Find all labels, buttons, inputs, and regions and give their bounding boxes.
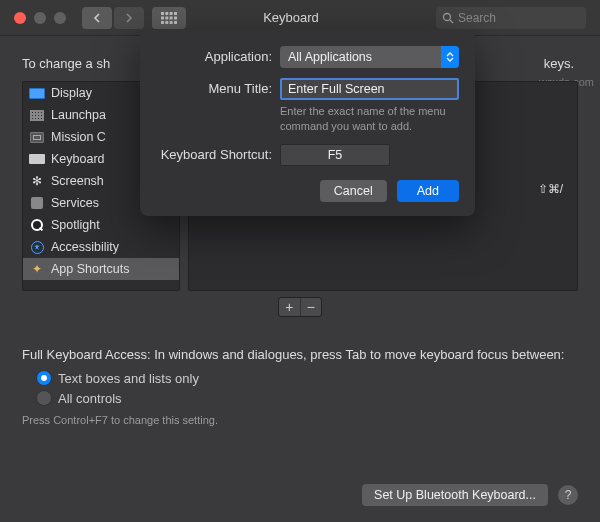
menu-title-hint: Enter the exact name of the menu command… [280,104,459,134]
add-shortcut-button[interactable]: Add [397,180,459,202]
help-button[interactable]: ? [558,485,578,505]
add-button[interactable]: + [279,298,301,316]
chevron-up-down-icon [441,46,459,68]
display-icon [29,87,45,100]
svg-point-12 [444,13,451,20]
sidebar-item-label: Mission C [51,130,106,144]
sidebar-item-label: Services [51,196,99,210]
fka-title: Full Keyboard Access: In windows and dia… [22,347,578,362]
traffic-lights [14,12,66,24]
setup-bluetooth-button[interactable]: Set Up Bluetooth Keyboard... [362,484,548,506]
forward-button[interactable] [114,7,144,29]
zoom-icon[interactable] [54,12,66,24]
sidebar-item-label: Launchpa [51,108,106,122]
svg-line-13 [450,20,453,23]
radio-on-icon [36,370,52,386]
accessibility-icon [29,241,45,254]
sidebar-item-label: Spotlight [51,218,100,232]
shortcut-label: Keyboard Shortcut: [156,147,280,162]
sidebar-item-accessibility[interactable]: Accessibility [23,236,179,258]
application-value: All Applications [288,50,372,64]
menu-title-field[interactable]: Enter Full Screen [280,78,459,100]
sidebar-item-label: Display [51,86,92,100]
search-icon [442,12,454,24]
launchpad-icon [29,109,45,122]
cancel-button[interactable]: Cancel [320,180,387,202]
screenshot-icon: ✻ [29,175,45,188]
shortcut-display: ⇧⌘/ [538,182,563,196]
sidebar-item-spotlight[interactable]: Spotlight [23,214,179,236]
sidebar-item-app-shortcuts[interactable]: ✦App Shortcuts [23,258,179,280]
sidebar-item-label: Accessibility [51,240,119,254]
menu-title-value: Enter Full Screen [288,82,385,96]
sidebar-item-label: Screensh [51,174,104,188]
minimize-icon[interactable] [34,12,46,24]
page-title: Keyboard [146,10,436,25]
close-icon[interactable] [14,12,26,24]
mission-control-icon [29,131,45,144]
shortcut-field[interactable]: F5 [280,144,390,166]
remove-button[interactable]: − [301,298,322,316]
spotlight-icon [29,219,45,232]
radio-off-icon [36,390,52,406]
services-icon [29,197,45,210]
radio-all-controls[interactable]: All controls [36,390,578,406]
menu-title-label: Menu Title: [156,78,280,96]
back-button[interactable] [82,7,112,29]
sidebar-item-label: Keyboard [51,152,105,166]
keyboard-icon [29,153,45,166]
shortcut-value: F5 [328,148,343,162]
radio-label: All controls [58,391,122,406]
application-popup[interactable]: All Applications [280,46,459,68]
app-shortcuts-icon: ✦ [29,263,45,276]
radio-label: Text boxes and lists only [58,371,199,386]
radio-text-boxes[interactable]: Text boxes and lists only [36,370,578,386]
add-remove-buttons: + − [278,297,322,317]
fka-hint: Press Control+F7 to change this setting. [22,414,578,426]
sidebar-item-label: App Shortcuts [51,262,130,276]
application-label: Application: [156,46,280,64]
add-shortcut-sheet: Application: All Applications Menu Title… [140,30,475,216]
search-input[interactable]: Search [436,7,586,29]
search-placeholder: Search [458,11,496,25]
